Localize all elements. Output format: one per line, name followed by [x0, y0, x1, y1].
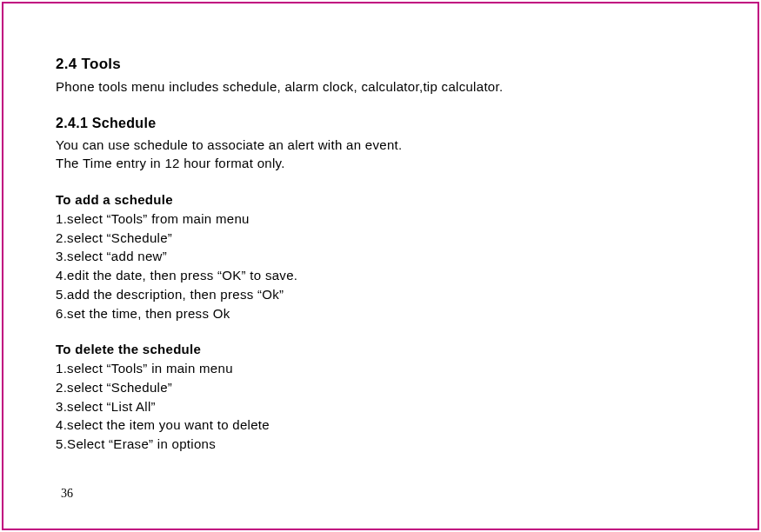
section-intro: Phone tools menu includes schedule, alar…: [56, 77, 705, 96]
section-heading: 2.4 Tools: [56, 54, 705, 76]
delete-schedule-title: To delete the schedule: [56, 340, 705, 359]
document-content: 2.4 Tools Phone tools menu includes sche…: [56, 54, 705, 454]
subsection-line: You can use schedule to associate an ale…: [56, 136, 705, 155]
subsection-line: The Time entry in 12 hour format only.: [56, 154, 705, 173]
subsection-heading: 2.4.1 Schedule: [56, 113, 705, 133]
delete-step: 1.select “Tools” in main menu: [56, 359, 705, 378]
add-schedule-title: To add a schedule: [56, 190, 705, 209]
delete-step: 5.Select “Erase” in options: [56, 435, 705, 454]
delete-step: 4.select the item you want to delete: [56, 416, 705, 435]
add-step: 3.select “add new”: [56, 247, 705, 266]
delete-step: 3.select “List All”: [56, 397, 705, 416]
delete-step: 2.select “Schedule”: [56, 378, 705, 397]
add-step: 4.edit the date, then press “OK” to save…: [56, 266, 705, 285]
page-number: 36: [61, 487, 73, 501]
add-step: 2.select “Schedule”: [56, 229, 705, 248]
add-step: 5.add the description, then press “Ok”: [56, 285, 705, 304]
add-step: 6.set the time, then press Ok: [56, 304, 705, 323]
add-step: 1.select “Tools” from main menu: [56, 209, 705, 229]
